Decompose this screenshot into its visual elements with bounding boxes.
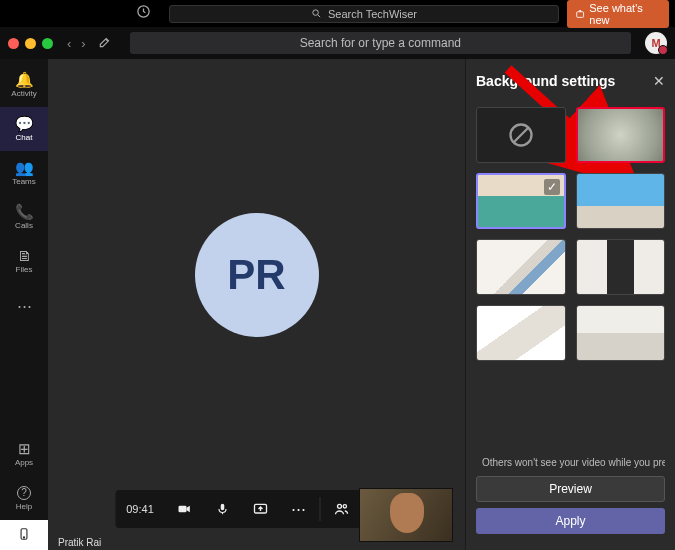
help-icon: ? [17,486,31,500]
window-controls[interactable] [8,38,53,49]
left-rail: 🔔 Activity 💬 Chat 👥 Teams 📞 Calls 🗎 File… [0,59,48,550]
apply-button[interactable]: Apply [476,508,665,534]
maximize-window-icon[interactable] [42,38,53,49]
nav-forward-icon[interactable]: › [79,36,87,51]
bg-option-blur[interactable] [576,107,666,163]
compose-icon[interactable] [94,35,116,52]
svg-line-12 [514,128,528,142]
background-grid: ✓ [476,107,665,361]
browser-search-text: Search TechWiser [328,8,417,20]
call-timer: 09:41 [115,490,165,528]
svg-point-1 [313,10,319,16]
bg-option-sky[interactable] [576,173,666,229]
device-icon [17,525,31,545]
bg-option-room5[interactable] [576,305,666,361]
svg-rect-2 [577,12,584,18]
app-titlebar: ‹ › Search for or type a command M [0,27,675,59]
participant-avatar: PR [195,213,319,337]
self-video-thumbnail[interactable] [359,488,453,542]
whats-new-button[interactable]: See what's new [567,0,669,28]
nav-back-icon[interactable]: ‹ [65,36,73,51]
svg-rect-5 [178,506,186,513]
chat-icon: 💬 [15,116,34,131]
preview-info: Others won't see your video while you pr… [476,456,665,468]
face-placeholder [390,493,424,533]
preview-button[interactable]: Preview [476,476,665,502]
file-icon: 🗎 [17,248,32,263]
rail-apps[interactable]: ⊞ Apps [0,432,48,476]
bell-icon: 🔔 [15,72,34,87]
teams-icon: 👥 [15,160,34,175]
camera-toggle[interactable] [165,490,203,528]
bg-option-none[interactable] [476,107,566,163]
call-controls: 09:41 ⋯ [115,490,398,528]
more-actions-button[interactable]: ⋯ [279,490,317,528]
panel-title: Background settings [476,73,615,89]
minimize-window-icon[interactable] [25,38,36,49]
participants-button[interactable] [322,490,360,528]
rail-device[interactable] [0,520,48,550]
mic-toggle[interactable] [203,490,241,528]
command-bar[interactable]: Search for or type a command [130,32,631,54]
bg-option-room4[interactable] [476,305,566,361]
svg-rect-6 [220,504,224,510]
apps-icon: ⊞ [18,441,31,456]
rail-activity[interactable]: 🔔 Activity [0,63,48,107]
rail-files[interactable]: 🗎 Files [0,239,48,283]
more-icon: ⋯ [17,298,32,313]
share-button[interactable] [241,490,279,528]
svg-point-4 [23,537,24,538]
rail-chat[interactable]: 💬 Chat [0,107,48,151]
bg-option-room1[interactable]: ✓ [476,173,566,229]
rail-calls[interactable]: 📞 Calls [0,195,48,239]
close-window-icon[interactable] [8,38,19,49]
participant-name: Pratik Rai [58,537,101,548]
background-settings-panel: Background settings ✕ ✓ Others won't see… [465,59,675,550]
profile-avatar[interactable]: M [645,32,667,54]
rail-teams[interactable]: 👥 Teams [0,151,48,195]
svg-point-8 [337,504,341,508]
check-icon: ✓ [544,179,560,195]
svg-point-9 [343,505,346,508]
phone-icon: 📞 [15,204,34,219]
close-icon[interactable]: ✕ [653,73,665,89]
meeting-stage: PR 09:41 ⋯ Pratik [48,59,465,550]
rail-help[interactable]: ? Help [0,476,48,520]
bg-option-room2[interactable] [476,239,566,295]
history-icon[interactable] [136,4,151,23]
bg-option-room3[interactable] [576,239,666,295]
browser-search-bar[interactable]: Search TechWiser [169,5,559,23]
rail-more[interactable]: ⋯ [0,283,48,327]
browser-topbar: Search TechWiser See what's new [0,0,675,27]
